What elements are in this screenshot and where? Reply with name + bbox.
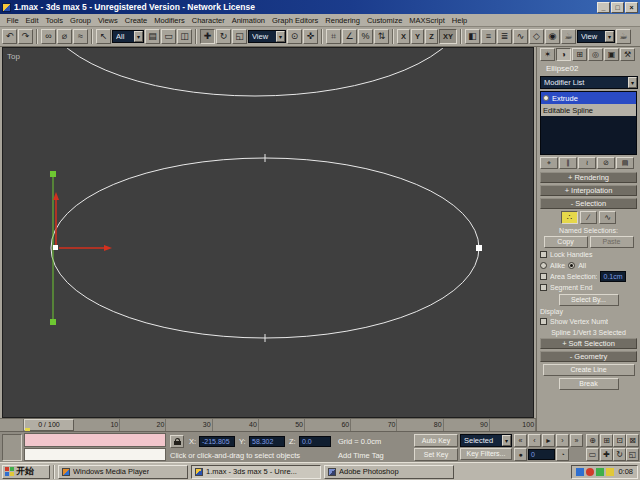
next-frame-icon[interactable]: ›: [556, 434, 569, 447]
time-slider-handle[interactable]: 0 / 100: [24, 419, 74, 431]
left-vertex-marker[interactable]: [53, 245, 58, 250]
menu-help[interactable]: Help: [448, 16, 470, 25]
use-pivot-center-icon[interactable]: ⊙: [287, 29, 302, 44]
stack-item-editable-spline[interactable]: Editable Spline: [541, 104, 636, 116]
remove-modifier-icon[interactable]: ⊘: [597, 157, 615, 169]
all-radio[interactable]: [568, 262, 575, 269]
selected-vertex-marker[interactable]: [476, 245, 482, 251]
current-frame-field[interactable]: 0: [528, 449, 555, 460]
select-and-manipulate-icon[interactable]: ✜: [303, 29, 318, 44]
menu-create[interactable]: Create: [121, 16, 151, 25]
paste-button[interactable]: Paste: [590, 236, 634, 248]
axis-constraint-xy-button[interactable]: XY: [439, 29, 457, 44]
rollout-rendering[interactable]: + Rendering: [540, 172, 637, 183]
schematic-view-icon[interactable]: ◇: [529, 29, 544, 44]
spline-ellipse-01[interactable]: [44, 48, 466, 96]
bind-to-spacewarp-icon[interactable]: ≈: [73, 29, 88, 44]
pan-icon[interactable]: ✚: [600, 448, 613, 461]
menu-edit[interactable]: Edit: [22, 16, 42, 25]
curve-editor-icon[interactable]: ∿: [513, 29, 528, 44]
break-button[interactable]: Break: [559, 378, 619, 390]
arc-rotate-icon[interactable]: ↻: [613, 448, 626, 461]
select-and-move-icon[interactable]: ✚: [200, 29, 215, 44]
select-by-button[interactable]: Select By...: [559, 294, 619, 306]
task-3ds-max[interactable]: 1.max - 3ds max 5 - Unre...: [191, 465, 321, 479]
configure-modifier-sets-icon[interactable]: ▤: [616, 157, 634, 169]
rollout-selection[interactable]: - Selection: [540, 198, 637, 209]
create-line-button[interactable]: Create Line: [543, 364, 635, 376]
set-key-button[interactable]: Set Key: [414, 448, 458, 461]
layer-manager-icon[interactable]: ≣: [497, 29, 512, 44]
rectangular-selection-region-icon[interactable]: ▭: [161, 29, 176, 44]
select-and-link-icon[interactable]: ∞: [41, 29, 56, 44]
spinner-snap-icon[interactable]: ⇅: [374, 29, 389, 44]
key-filters-button[interactable]: Key Filters...: [460, 448, 512, 460]
stack-item-extrude[interactable]: Extrude: [541, 92, 636, 104]
segment-sub-object-icon[interactable]: ∕: [580, 211, 597, 224]
maxscript-listener-pane[interactable]: [24, 448, 166, 461]
key-mode-toggle-icon[interactable]: ●: [514, 448, 527, 461]
pin-stack-icon[interactable]: ⌖: [540, 157, 558, 169]
tray-icon-1[interactable]: [576, 468, 584, 476]
snap-toggle-3d-icon[interactable]: ⌗: [326, 29, 341, 44]
selection-lock-icon[interactable]: [170, 435, 184, 448]
menu-rendering[interactable]: Rendering: [322, 16, 364, 25]
menu-graph-editors[interactable]: Graph Editors: [269, 16, 322, 25]
quick-render-icon[interactable]: ☕: [616, 29, 631, 44]
tab-display-icon[interactable]: ▣: [604, 48, 619, 61]
selection-filter-dropdown[interactable]: All ▾: [112, 30, 144, 43]
rollout-geometry[interactable]: - Geometry: [540, 351, 637, 362]
listener-grip[interactable]: [2, 434, 22, 461]
min-max-toggle-icon[interactable]: ◱: [626, 448, 639, 461]
lightbulb-icon[interactable]: [543, 95, 549, 101]
angle-snap-icon[interactable]: ∠: [342, 29, 357, 44]
percent-snap-icon[interactable]: %: [358, 29, 373, 44]
area-selection-field[interactable]: 0.1cm: [600, 271, 626, 282]
add-time-tag[interactable]: Add Time Tag: [338, 450, 384, 461]
spline-sub-object-icon[interactable]: ∿: [599, 211, 616, 224]
window-crossing-icon[interactable]: ◫: [177, 29, 192, 44]
bezier-handle-bottom[interactable]: [50, 319, 56, 325]
macro-recorder-pane[interactable]: [24, 433, 166, 447]
go-to-start-icon[interactable]: «: [514, 434, 527, 447]
menu-views[interactable]: Views: [94, 16, 121, 25]
auto-key-button[interactable]: Auto Key: [414, 434, 458, 447]
tab-motion-icon[interactable]: ◎: [588, 48, 603, 61]
tray-icon-3[interactable]: [596, 468, 604, 476]
make-unique-icon[interactable]: ≀: [578, 157, 596, 169]
tab-hierarchy-icon[interactable]: ⊞: [572, 48, 587, 61]
tab-modify-icon[interactable]: ◑: [556, 48, 571, 61]
zoom-icon[interactable]: ⊕: [586, 434, 599, 447]
rollout-interpolation[interactable]: + Interpolation: [540, 185, 637, 196]
tab-create-icon[interactable]: ✶: [540, 48, 555, 61]
zoom-extents-icon[interactable]: ⊡: [613, 434, 626, 447]
viewport-label[interactable]: Top: [7, 52, 20, 61]
redo-icon[interactable]: ↷: [18, 29, 33, 44]
start-button[interactable]: 开始: [2, 465, 50, 479]
menu-group[interactable]: Group: [67, 16, 95, 25]
segment-end-checkbox[interactable]: [540, 284, 547, 291]
select-and-scale-icon[interactable]: ◱: [232, 29, 247, 44]
task-adobe-photoshop[interactable]: Adobe Photoshop: [324, 465, 454, 479]
play-animation-icon[interactable]: ►: [542, 434, 555, 447]
rollout-soft-selection[interactable]: + Soft Selection: [540, 338, 637, 349]
selected-keys-dropdown[interactable]: Selected ▾: [460, 434, 512, 447]
mirror-icon[interactable]: ◧: [465, 29, 480, 44]
menu-maxscript[interactable]: MAXScript: [406, 16, 448, 25]
select-and-rotate-icon[interactable]: ↻: [216, 29, 231, 44]
spline-ellipse-02[interactable]: [51, 158, 479, 338]
maximize-button[interactable]: □: [611, 2, 624, 13]
zoom-extents-all-icon[interactable]: ⊠: [626, 434, 639, 447]
vertex-sub-object-icon[interactable]: ∴: [561, 211, 578, 224]
render-scene-icon[interactable]: ☕: [561, 29, 576, 44]
zoom-all-icon[interactable]: ⊞: [600, 434, 613, 447]
modifier-list-dropdown[interactable]: Modifier List ▾: [540, 76, 638, 89]
z-coord-field[interactable]: 0.0: [299, 436, 331, 447]
close-button[interactable]: ×: [625, 2, 638, 13]
zoom-region-icon[interactable]: ▭: [586, 448, 599, 461]
menu-animation[interactable]: Animation: [228, 16, 268, 25]
minimize-button[interactable]: _: [597, 2, 610, 13]
time-configuration-icon[interactable]: ◔: [556, 448, 569, 461]
unlink-selection-icon[interactable]: ⌀: [57, 29, 72, 44]
menu-customize[interactable]: Customize: [363, 16, 405, 25]
